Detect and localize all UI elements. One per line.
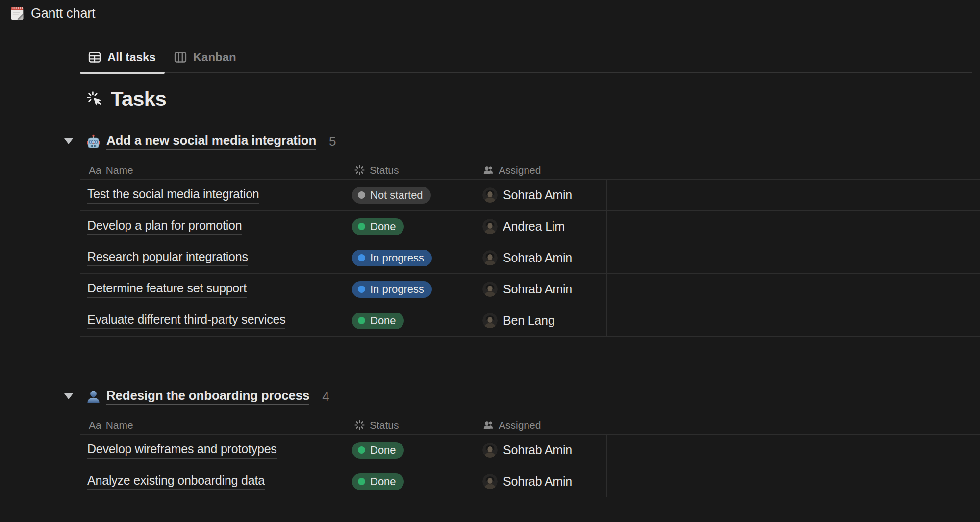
name-cell[interactable]: Determine feature set support <box>80 274 345 305</box>
status-cell[interactable]: In progress <box>345 242 473 273</box>
column-header-spacer <box>607 416 980 434</box>
tab-all-tasks[interactable]: All tasks <box>80 50 165 72</box>
column-header-name[interactable]: Aa Name <box>80 416 345 434</box>
collection-heading: Tasks <box>80 87 980 111</box>
status-pill[interactable]: In progress <box>352 250 432 266</box>
status-spinner-icon <box>354 419 365 431</box>
column-label: Status <box>370 164 399 176</box>
name-cell[interactable]: Develop wireframes and prototypes <box>80 435 345 466</box>
group-header: Add a new social media integration 5 <box>64 132 980 150</box>
avatar <box>482 313 498 328</box>
table-row: Develop a plan for promotion Done Andrea… <box>80 211 980 242</box>
column-header-assigned[interactable]: Assigned <box>473 416 607 434</box>
page-titlebar: Gantt chart <box>0 0 980 23</box>
row-spacer <box>607 305 980 336</box>
robot-icon <box>86 134 101 149</box>
assignee-name: Sohrab Amin <box>503 443 572 457</box>
status-pill[interactable]: Not started <box>352 187 431 204</box>
table-header-row: Aa Name Status <box>80 161 980 180</box>
assignee-name: Sohrab Amin <box>503 474 572 489</box>
column-header-status[interactable]: Status <box>345 416 473 434</box>
column-label: Assigned <box>499 164 541 176</box>
task-name-link[interactable]: Research popular integrations <box>87 250 248 266</box>
tab-label: Kanban <box>193 50 236 65</box>
assignee-cell[interactable]: Sohrab Amin <box>473 180 607 210</box>
status-pill[interactable]: Done <box>352 442 404 459</box>
column-label: Name <box>106 164 133 176</box>
status-pill[interactable]: Done <box>352 473 404 490</box>
group-count: 4 <box>322 389 329 404</box>
status-label: Not started <box>370 189 423 202</box>
task-name-link[interactable]: Evaluate different third-party services <box>87 313 285 329</box>
column-label: Status <box>370 419 399 431</box>
collapse-toggle-icon[interactable] <box>64 393 73 399</box>
column-label: Name <box>106 419 133 431</box>
row-spacer <box>607 180 980 210</box>
avatar <box>482 187 498 203</box>
collapse-toggle-icon[interactable] <box>64 138 73 144</box>
view-tabbar: All tasks Kanban <box>80 50 972 73</box>
status-dot <box>358 478 365 485</box>
status-pill[interactable]: In progress <box>352 281 432 298</box>
assignee-cell[interactable]: Sohrab Amin <box>473 242 607 273</box>
name-cell[interactable]: Test the social media integration <box>80 180 345 210</box>
status-pill[interactable]: Done <box>352 313 404 329</box>
task-name-link[interactable]: Develop wireframes and prototypes <box>87 442 277 459</box>
spiral-notepad-icon <box>9 5 25 22</box>
assignee-cell[interactable]: Sohrab Amin <box>473 466 607 497</box>
column-header-assigned[interactable]: Assigned <box>473 161 607 179</box>
table-row: Develop wireframes and prototypes Done S… <box>80 435 980 466</box>
column-header-status[interactable]: Status <box>345 161 473 179</box>
task-name-link[interactable]: Develop a plan for promotion <box>87 218 242 235</box>
assignee-cell[interactable]: Sohrab Amin <box>473 435 607 466</box>
status-pill[interactable]: Done <box>352 218 404 235</box>
status-label: In progress <box>370 283 424 296</box>
assignee-cell[interactable]: Andrea Lim <box>473 211 607 242</box>
column-label: Assigned <box>499 419 541 431</box>
status-label: Done <box>370 475 396 488</box>
assignee-cell[interactable]: Ben Lang <box>473 305 607 336</box>
assignee-cell[interactable]: Sohrab Amin <box>473 274 607 305</box>
group-header: Redesign the onboarding process 4 <box>64 388 980 405</box>
task-name-link[interactable]: Analyze existing onboarding data <box>87 473 265 490</box>
assignee-name: Andrea Lim <box>503 219 565 234</box>
status-cell[interactable]: Done <box>345 305 473 336</box>
status-cell[interactable]: Not started <box>345 180 473 210</box>
status-label: Done <box>370 220 396 233</box>
table-row: Determine feature set support In progres… <box>80 274 980 305</box>
task-name-link[interactable]: Determine feature set support <box>87 281 247 298</box>
avatar <box>482 474 498 489</box>
name-cell[interactable]: Evaluate different third-party services <box>80 305 345 336</box>
person-silhouette-icon <box>86 389 101 404</box>
click-burst-icon <box>86 90 104 108</box>
row-spacer <box>607 211 980 242</box>
status-dot <box>358 191 365 199</box>
task-table: Aa Name Status <box>80 416 980 497</box>
group-title-link[interactable]: Add a new social media integration <box>106 133 316 150</box>
name-cell[interactable]: Analyze existing onboarding data <box>80 466 345 497</box>
assignee-name: Sohrab Amin <box>503 282 572 296</box>
table-row: Analyze existing onboarding data Done So… <box>80 466 980 497</box>
status-dot <box>358 446 365 454</box>
table-header-row: Aa Name Status <box>80 416 980 435</box>
status-cell[interactable]: In progress <box>345 274 473 305</box>
status-cell[interactable]: Done <box>345 211 473 242</box>
text-icon: Aa <box>89 164 101 176</box>
task-group-2: Redesign the onboarding process 4 Aa Nam… <box>80 388 980 497</box>
name-cell[interactable]: Research popular integrations <box>80 242 345 273</box>
group-title-link[interactable]: Redesign the onboarding process <box>106 388 309 405</box>
status-label: Done <box>370 314 396 327</box>
avatar <box>482 443 498 458</box>
status-cell[interactable]: Done <box>345 435 473 466</box>
status-cell[interactable]: Done <box>345 466 473 497</box>
row-spacer <box>607 435 980 466</box>
task-name-link[interactable]: Test the social media integration <box>87 187 259 204</box>
table-icon <box>87 50 102 65</box>
name-cell[interactable]: Develop a plan for promotion <box>80 211 345 242</box>
status-dot <box>358 223 365 230</box>
status-dot <box>358 254 365 261</box>
tab-kanban[interactable]: Kanban <box>166 50 245 72</box>
kanban-icon <box>173 50 188 65</box>
people-icon <box>483 419 494 431</box>
column-header-name[interactable]: Aa Name <box>80 161 345 179</box>
